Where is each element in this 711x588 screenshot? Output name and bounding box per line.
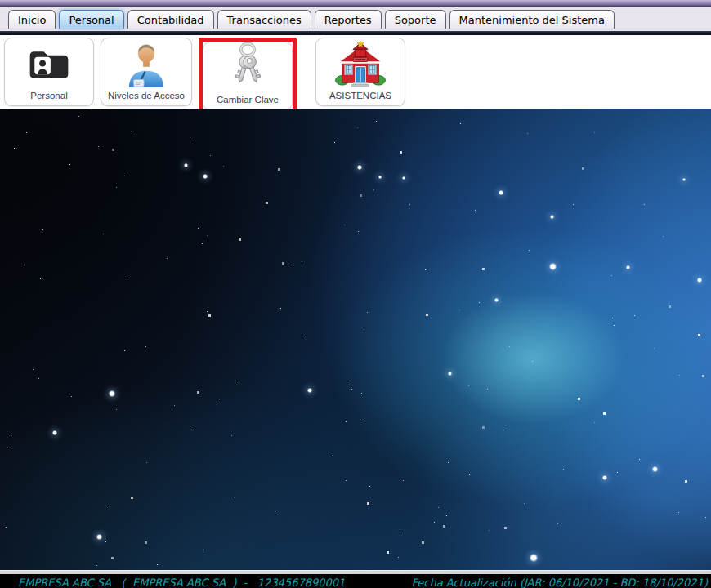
tab-label: Inicio — [18, 14, 46, 26]
tab-label: Contabilidad — [137, 14, 204, 26]
glow-star — [550, 215, 554, 219]
glow-star — [109, 390, 115, 397]
window-title-strip — [0, 0, 711, 7]
tab-label: Mantenimiento del Sistema — [459, 14, 605, 26]
star-field — [0, 109, 711, 570]
toolbar-button-label: Personal — [30, 91, 67, 100]
keys-icon — [224, 42, 271, 91]
tab-inicio[interactable]: Inicio — [8, 10, 56, 29]
cambiar-clave-button[interactable]: Cambiar Clave — [203, 42, 293, 110]
glow-star — [378, 176, 382, 179]
person-folder-icon — [26, 42, 72, 87]
schoolhouse-icon — [335, 40, 386, 87]
desktop-wallpaper — [0, 109, 711, 570]
ribbon-toolbar: Personal Niveles de Acceso Cambiar Clave — [0, 35, 711, 109]
glow-star — [494, 298, 499, 302]
tab-label: Transacciones — [227, 14, 302, 26]
user-badge-icon — [123, 40, 170, 87]
tab-label: Soporte — [395, 14, 436, 26]
asistencias-button[interactable]: ASISTENCIAS — [315, 38, 405, 106]
tab-bar: InicioPersonalContabilidadTransaccionesR… — [0, 7, 711, 31]
toolbar-button-label: ASISTENCIAS — [329, 91, 391, 100]
app-window: InicioPersonalContabilidadTransaccionesR… — [0, 0, 711, 588]
glow-star — [626, 265, 630, 270]
glow-star — [602, 475, 607, 480]
glow-star — [184, 163, 188, 167]
toolbar-button-label: Niveles de Acceso — [108, 91, 185, 100]
status-bar: EMPRESA ABC SA ( EMPRESA ABC SA ) - 1234… — [0, 574, 711, 588]
glow-star — [652, 466, 658, 472]
glow-star — [549, 263, 557, 270]
glow-star — [402, 176, 405, 180]
glow-star — [96, 534, 102, 540]
statusbar-company-text: EMPRESA ABC SA ( EMPRESA ABC SA ) - 1234… — [18, 577, 345, 588]
glow-star — [357, 165, 362, 170]
tab-personal[interactable]: Personal — [59, 10, 123, 29]
glow-star — [307, 388, 312, 393]
glow-star — [530, 554, 538, 562]
tab-reportes[interactable]: Reportes — [315, 10, 382, 29]
tab-transacciones[interactable]: Transacciones — [217, 10, 311, 29]
glow-star — [499, 190, 503, 195]
small-stars — [0, 109, 1, 109]
glow-star — [52, 430, 57, 435]
tab-label: Reportes — [324, 14, 372, 26]
personal-button[interactable]: Personal — [4, 38, 94, 106]
statusbar-update-text: Fecha Actualización (JAR: 06/10/2021 - B… — [411, 577, 708, 588]
tab-soporte[interactable]: Soporte — [385, 10, 446, 29]
tab-label: Personal — [69, 14, 114, 26]
tab-mantenimiento-del-sistema[interactable]: Mantenimiento del Sistema — [449, 10, 615, 29]
tab-contabilidad[interactable]: Contabilidad — [127, 10, 214, 29]
toolbar-button-label: Cambiar Clave — [217, 95, 279, 105]
glow-star — [697, 278, 702, 283]
glow-star — [682, 178, 686, 181]
niveles-de-acceso-button[interactable]: Niveles de Acceso — [101, 38, 192, 106]
highlight-annotation-box: Cambiar Clave — [199, 38, 297, 114]
glow-star — [448, 372, 452, 376]
glow-star — [203, 174, 208, 179]
